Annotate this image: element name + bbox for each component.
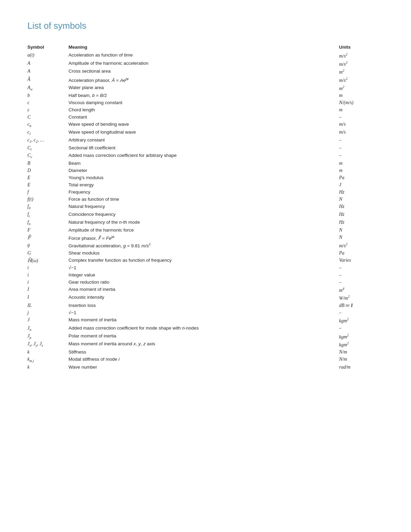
meaning-cell: Stiffness xyxy=(68,348,339,356)
meaning-cell: Wave number xyxy=(68,363,339,371)
symbol-cell: c1, c2, … xyxy=(27,136,68,144)
units-cell: m/s2 xyxy=(339,76,384,84)
symbol-cell: F̃ xyxy=(27,234,68,242)
table-row: cViscous damping constantN/(m/s) xyxy=(27,99,384,107)
meaning-cell: Chord length xyxy=(68,107,339,114)
units-cell: rad/m xyxy=(339,363,384,371)
units-cell: N/(m/s) xyxy=(339,99,384,107)
units-cell: Pa xyxy=(339,249,384,257)
table-row: FAmplitude of the harmonic forceN xyxy=(27,226,384,234)
table-row: f(t)Force as function of timeN xyxy=(27,196,384,203)
symbol-cell: IL xyxy=(27,302,68,309)
table-row: GShear modulusPa xyxy=(27,249,384,257)
meaning-cell: Shear modulus xyxy=(68,249,339,257)
units-cell: – xyxy=(339,271,384,279)
units-cell: J xyxy=(339,182,384,189)
table-row: fcCoincidence frequencyHz xyxy=(27,211,384,219)
symbol-cell: E xyxy=(27,182,68,189)
meaning-cell: Viscous damping constant xyxy=(68,99,339,107)
page-title: List of symbols xyxy=(27,21,384,31)
meaning-cell: Force as function of time xyxy=(68,196,339,203)
units-cell: – xyxy=(339,264,384,271)
symbol-cell: i xyxy=(27,279,68,286)
table-row: kWave numberrad/m xyxy=(27,363,384,371)
table-row: ACross sectional aream2 xyxy=(27,68,384,76)
meaning-cell: Diameter xyxy=(68,167,339,174)
table-row: km,iModal stiffness of mode iN/m xyxy=(27,356,384,363)
table-row: j√−1– xyxy=(27,309,384,317)
symbol-cell: g xyxy=(27,242,68,250)
table-row: F̃Force phasor, F̃ = FejφN xyxy=(27,234,384,242)
meaning-cell: Wave speed of longitudinal wave xyxy=(68,129,339,137)
table-row: fnNatural frequency of the n-th modeHz xyxy=(27,219,384,226)
header-meaning: Meaning xyxy=(68,44,339,52)
meaning-cell: Natural frequency xyxy=(68,203,339,211)
symbol-cell: fc xyxy=(27,211,68,219)
table-row: cChord lengthm xyxy=(27,107,384,114)
meaning-cell: Mass moment of inertia xyxy=(68,317,339,325)
table-row: iGear reduction ratio– xyxy=(27,279,384,286)
meaning-cell: Area moment of inertia xyxy=(68,286,339,294)
meaning-cell: Gear reduction ratio xyxy=(68,279,339,286)
meaning-cell: Total energy xyxy=(68,182,339,189)
table-row: gGravitational acceleration, g = 9.81 m/… xyxy=(27,242,384,250)
meaning-cell: Wave speed of bending wave xyxy=(68,121,339,129)
symbol-cell: A xyxy=(27,60,68,68)
table-row: kStiffnessN/m xyxy=(27,348,384,356)
units-cell: Varies xyxy=(339,257,384,264)
units-cell: kgm2 xyxy=(339,317,384,325)
table-row: ClSectional lift coefficient– xyxy=(27,144,384,152)
table-row: clWave speed of longitudinal wavem/s xyxy=(27,129,384,137)
table-row: CConstant– xyxy=(27,114,384,121)
symbol-cell: i xyxy=(27,271,68,279)
symbol-cell: Ã xyxy=(27,76,68,84)
meaning-cell: √−1 xyxy=(68,309,339,317)
units-cell: – xyxy=(339,324,384,332)
symbol-cell: E xyxy=(27,174,68,182)
symbol-cell: k xyxy=(27,363,68,371)
table-row: DDiameterm xyxy=(27,167,384,174)
units-cell: N/m xyxy=(339,356,384,363)
units-cell: m2 xyxy=(339,84,384,92)
symbol-cell: Jx, Jy, Jz xyxy=(27,341,68,349)
meaning-cell: Beam xyxy=(68,160,339,167)
table-row: ÃAcceleration phasor, Ã = Aejφm/s2 xyxy=(27,76,384,84)
meaning-cell: Amplitude of the harmonic acceleration xyxy=(68,60,339,68)
table-row: CvAdded mass correction coefficient for … xyxy=(27,152,384,160)
meaning-cell: Mass moment of inertia around x, y, z ax… xyxy=(68,341,339,349)
table-row: IAcoustic intensityW/m2 xyxy=(27,294,384,302)
units-cell: kgm2 xyxy=(339,341,384,349)
symbol-cell: cb xyxy=(27,121,68,129)
symbol-cell: f0 xyxy=(27,203,68,211)
header-symbol: Symbol xyxy=(27,44,68,52)
meaning-cell: Added mass correction coefficient for mo… xyxy=(68,324,339,332)
symbol-cell: H̃(ω) xyxy=(27,257,68,264)
units-cell: m/s xyxy=(339,121,384,129)
symbol-cell: f xyxy=(27,189,68,196)
meaning-cell: Acceleration as function of time xyxy=(68,52,339,60)
symbol-cell: k xyxy=(27,348,68,356)
symbol-cell: Aw xyxy=(27,84,68,92)
meaning-cell: Frequency xyxy=(68,189,339,196)
symbol-cell: Jn xyxy=(27,324,68,332)
symbol-cell: F xyxy=(27,226,68,234)
units-cell: m xyxy=(339,92,384,99)
symbol-cell: J xyxy=(27,317,68,325)
meaning-cell: Acoustic intensity xyxy=(68,294,339,302)
symbol-cell: Cl xyxy=(27,144,68,152)
symbol-cell: B xyxy=(27,160,68,167)
symbol-cell: I xyxy=(27,286,68,294)
symbol-cell: i xyxy=(27,264,68,271)
units-cell: m/s2 xyxy=(339,52,384,60)
units-cell: m xyxy=(339,160,384,167)
units-cell: – xyxy=(339,279,384,286)
units-cell: W/m2 xyxy=(339,294,384,302)
meaning-cell: Natural frequency of the n-th mode xyxy=(68,219,339,226)
units-cell: – xyxy=(339,144,384,152)
meaning-cell: Polar moment of inertia xyxy=(68,332,339,341)
units-cell: – xyxy=(339,152,384,160)
table-row: AAmplitude of the harmonic accelerationm… xyxy=(27,60,384,68)
symbols-table: Symbol Meaning Units a(t)Acceleration as… xyxy=(27,44,384,371)
symbol-cell: A xyxy=(27,68,68,76)
meaning-cell: Gravitational acceleration, g = 9.81 m/s… xyxy=(68,242,339,250)
